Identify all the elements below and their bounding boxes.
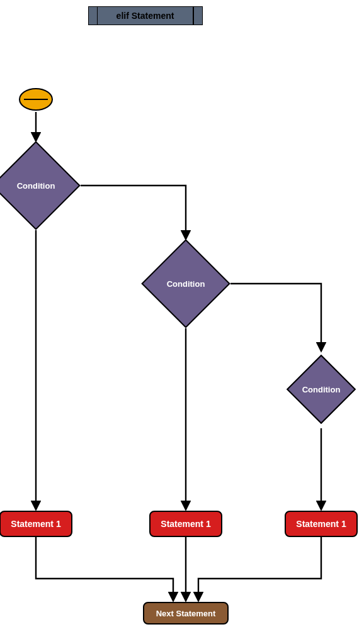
title-bar-handle-left [89, 7, 98, 25]
edge-cond2-cond3 [230, 284, 321, 351]
decision-3: Condition [287, 355, 356, 424]
statement-1: Statement 1 [0, 511, 72, 537]
statement-3-label: Statement 1 [296, 519, 346, 529]
decision-2: Condition [141, 239, 230, 328]
decision-1: Condition [0, 141, 81, 230]
statement-2-label: Statement 1 [161, 519, 210, 529]
title-bar: elif Statement [88, 6, 203, 25]
edge-s1-next [36, 537, 173, 601]
statement-3: Statement 1 [285, 511, 358, 537]
edge-cond1-cond2 [81, 186, 186, 239]
start-node [19, 88, 53, 111]
next-statement-label: Next Statement [156, 609, 216, 618]
decision-2-label: Condition [167, 279, 205, 289]
edge-s3-next [198, 537, 321, 601]
decision-3-label: Condition [302, 385, 341, 394]
diagram-title: elif Statement [98, 7, 193, 25]
next-statement: Next Statement [143, 602, 229, 625]
statement-2: Statement 1 [149, 511, 222, 537]
statement-1-label: Statement 1 [11, 519, 60, 529]
decision-1-label: Condition [17, 181, 55, 191]
diagram-canvas: elif Statement Condition [0, 0, 364, 644]
title-bar-handle-right [193, 7, 202, 25]
